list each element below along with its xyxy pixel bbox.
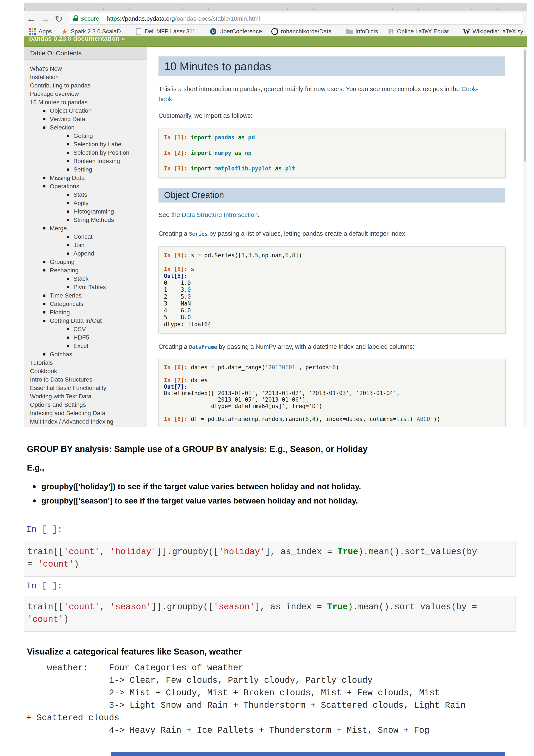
weather-categories-text: weather: Four Categories of weather 1-> … bbox=[26, 662, 466, 737]
toc-link[interactable]: Selection by Label bbox=[24, 140, 147, 148]
bookmark-item[interactable]: WWikipedia:LaTeX sy... bbox=[463, 28, 527, 35]
toc-link[interactable]: Tutorials bbox=[24, 359, 147, 367]
address-bar[interactable]: Secure | https://pandas.pydata.org/panda… bbox=[69, 13, 523, 25]
toc-link[interactable]: Time Series bbox=[24, 291, 147, 300]
bookmark-item[interactable]: ★Spark 2.3.0 ScalaD... bbox=[62, 28, 126, 35]
series-code-link[interactable]: Series bbox=[189, 231, 208, 237]
toc-link-label: Stats bbox=[73, 190, 87, 199]
scrollbar-thumb[interactable] bbox=[524, 49, 526, 162]
bookmark-item[interactable]: InfoDicts bbox=[346, 28, 378, 35]
toc-link[interactable]: Selection by Position bbox=[24, 148, 147, 157]
toc-link-label: Append bbox=[73, 249, 94, 258]
code-block-imports: In [1]: import pandas as pd In [2]: impo… bbox=[159, 128, 505, 178]
toc-link[interactable]: Reshaping bbox=[24, 266, 147, 275]
see-tail: . bbox=[258, 211, 260, 218]
toc-link[interactable]: Apply bbox=[24, 199, 147, 207]
toc-link[interactable]: Working with Text Data bbox=[24, 392, 147, 400]
toc-link[interactable]: Stats bbox=[24, 190, 147, 199]
bookmark-label: Wikipedia:LaTeX sy... bbox=[472, 28, 527, 35]
toc-link[interactable]: Categoricals bbox=[24, 300, 147, 308]
toc-link[interactable]: Stack bbox=[24, 275, 147, 283]
square-bullet-icon bbox=[67, 345, 69, 347]
toc-link[interactable]: Concat bbox=[24, 232, 147, 241]
toc-link[interactable]: Missing Data bbox=[24, 174, 147, 182]
toc-link[interactable]: Indexing and Selecting Data bbox=[24, 409, 147, 417]
toc-link[interactable]: Getting bbox=[24, 132, 147, 140]
toc-link[interactable]: MultiIndex / Advanced Indexing bbox=[24, 417, 147, 426]
series-tail: by passing a list of values, letting pan… bbox=[208, 230, 407, 237]
toc-link[interactable]: Gotchas bbox=[24, 350, 147, 359]
toc-link[interactable]: Intro to Data Structures bbox=[24, 375, 147, 384]
toc-link[interactable]: HDF5 bbox=[24, 333, 147, 342]
tab-separators bbox=[24, 8, 527, 10]
toc-link[interactable]: Merge bbox=[24, 224, 147, 232]
toc-link[interactable]: Plotting bbox=[24, 308, 147, 316]
back-button[interactable]: ← bbox=[24, 14, 38, 24]
toc-link[interactable]: Grouping bbox=[24, 258, 147, 266]
cookbook-link[interactable]: Cook- bbox=[461, 86, 478, 93]
toc-link-label: Gotchas bbox=[50, 350, 72, 359]
reload-button[interactable]: ↻ bbox=[52, 14, 66, 24]
toc-link-label: Grouping bbox=[50, 258, 74, 266]
toc-link[interactable]: Selection bbox=[24, 123, 147, 132]
page-icon bbox=[135, 28, 142, 35]
docs-breadcrumb[interactable]: pandas 0.23.0 documentation » bbox=[29, 37, 527, 42]
code-cell-holiday[interactable]: train[['count', 'holiday']].groupby(['ho… bbox=[24, 541, 516, 577]
toc-link[interactable]: Excel bbox=[24, 342, 147, 350]
code-line: 'count') bbox=[27, 613, 512, 626]
dataframe-code-link[interactable]: DataFrame bbox=[189, 344, 217, 350]
forward-button[interactable]: → bbox=[38, 14, 52, 24]
toc-link[interactable]: Viewing Data bbox=[24, 115, 147, 123]
page-scrollbar[interactable] bbox=[523, 47, 527, 427]
toc-link[interactable]: 10 Minutes to pandas bbox=[24, 98, 147, 106]
eg-label: E.g., bbox=[27, 463, 44, 472]
code-cell-season[interactable]: train[['count', 'season']].groupby(['sea… bbox=[24, 596, 516, 632]
square-bullet-icon bbox=[67, 135, 69, 137]
code-line bbox=[164, 157, 500, 165]
toc-link[interactable]: Boolean Indexing bbox=[24, 157, 147, 165]
toc-link[interactable]: Object Creation bbox=[24, 106, 147, 115]
toc-link-label: Join bbox=[73, 241, 85, 249]
toc-link-label: Stack bbox=[73, 275, 89, 283]
toc-link-label: Time Series bbox=[50, 291, 82, 300]
toc-link[interactable]: Installation bbox=[24, 73, 147, 81]
bookmark-item[interactable]: UUberConference bbox=[210, 28, 262, 35]
toc-link[interactable]: CSV bbox=[24, 325, 147, 333]
data-structure-intro-link[interactable]: Data Structure Intro section bbox=[182, 211, 258, 218]
bookmark-item[interactable]: Dell MFP Laser 311... bbox=[135, 28, 200, 35]
bullet-item: groupby(['holiday']) to see if the targe… bbox=[33, 482, 361, 491]
toc-link[interactable]: Package overview bbox=[24, 90, 147, 98]
toc-title: Table Of Contents bbox=[24, 47, 147, 60]
toc-link-label: 10 Minutes to pandas bbox=[30, 98, 88, 106]
toc-link[interactable]: Cookbook bbox=[24, 367, 147, 375]
toc-link[interactable]: Append bbox=[24, 249, 147, 258]
toc-link[interactable]: Getting Data In/Out bbox=[24, 316, 147, 325]
toc-link[interactable]: Pivot Tables bbox=[24, 283, 147, 291]
toc-link-label: Working with Text Data bbox=[30, 392, 91, 400]
toc-link[interactable]: Essential Basic Functionality bbox=[24, 384, 147, 392]
toc-link[interactable]: Histogramming bbox=[24, 207, 147, 216]
cookbook-link-wrap[interactable]: book bbox=[159, 96, 172, 102]
toc-link[interactable]: String Methods bbox=[24, 216, 147, 224]
toc-link-label: Boolean Indexing bbox=[73, 157, 120, 165]
toc-link[interactable]: Computational tools bbox=[24, 426, 147, 427]
tab-strip[interactable] bbox=[24, 3, 527, 11]
toc-link-label: Indexing and Selecting Data bbox=[30, 409, 105, 417]
code-line: 2 5.0 bbox=[164, 293, 500, 300]
bookmark-label: UberConference bbox=[219, 28, 262, 35]
bookmark-item[interactable]: ⚙Online LaTeX Equat... bbox=[388, 28, 454, 35]
toc-link-label: Computational tools bbox=[30, 426, 83, 427]
toc-link[interactable]: Options and Settings bbox=[24, 400, 147, 409]
toc-link-label: CSV bbox=[73, 325, 86, 333]
code-block-series: In [4]: s = pd.Series([1,3,5,np.nan,6,8]… bbox=[159, 247, 505, 333]
toc-link[interactable]: Operations bbox=[24, 182, 147, 190]
toc-link[interactable]: What's New bbox=[24, 65, 147, 73]
toc-link[interactable]: Join bbox=[24, 241, 147, 249]
apps-grid-icon bbox=[29, 28, 36, 35]
secure-label: Secure bbox=[80, 15, 99, 22]
code-line bbox=[164, 259, 500, 266]
bookmark-item[interactable]: Apps bbox=[29, 28, 52, 35]
toc-link[interactable]: Setting bbox=[24, 165, 147, 174]
toc-link[interactable]: Contributing to pandas bbox=[24, 81, 147, 90]
bookmark-item[interactable]: rohanchikorde/Data... bbox=[271, 28, 336, 35]
